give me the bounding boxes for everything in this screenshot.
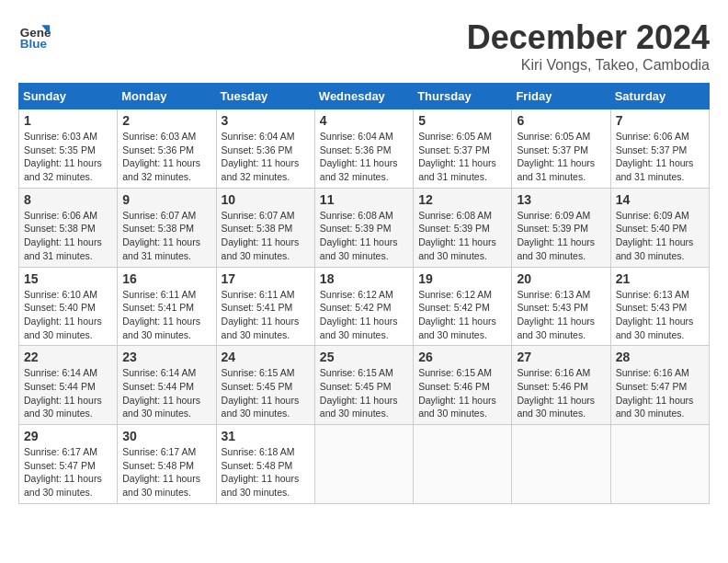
calendar-cell: 20Sunrise: 6:13 AM Sunset: 5:43 PM Dayli… — [512, 267, 610, 346]
day-header-sunday: Sunday — [19, 84, 118, 109]
day-number: 7 — [616, 113, 704, 128]
day-number: 23 — [122, 350, 210, 364]
day-info: Sunrise: 6:03 AM Sunset: 5:35 PM Dayligh… — [24, 130, 112, 184]
calendar-cell: 14Sunrise: 6:09 AM Sunset: 5:40 PM Dayli… — [610, 188, 709, 267]
day-info: Sunrise: 6:09 AM Sunset: 5:40 PM Dayligh… — [616, 209, 704, 263]
calendar-cell: 22Sunrise: 6:14 AM Sunset: 5:44 PM Dayli… — [19, 346, 118, 425]
day-info: Sunrise: 6:16 AM Sunset: 5:47 PM Dayligh… — [616, 366, 704, 420]
day-info: Sunrise: 6:07 AM Sunset: 5:38 PM Dayligh… — [122, 209, 210, 263]
calendar-cell: 31Sunrise: 6:18 AM Sunset: 5:48 PM Dayli… — [216, 425, 314, 504]
calendar-cell: 2Sunrise: 6:03 AM Sunset: 5:36 PM Daylig… — [118, 109, 216, 189]
calendar-cell: 19Sunrise: 6:12 AM Sunset: 5:42 PM Dayli… — [414, 267, 512, 346]
calendar-cell: 11Sunrise: 6:08 AM Sunset: 5:39 PM Dayli… — [314, 188, 413, 267]
week-row-4: 22Sunrise: 6:14 AM Sunset: 5:44 PM Dayli… — [19, 346, 710, 425]
calendar-cell: 1Sunrise: 6:03 AM Sunset: 5:35 PM Daylig… — [19, 109, 118, 189]
calendar-cell — [414, 425, 512, 504]
day-info: Sunrise: 6:13 AM Sunset: 5:43 PM Dayligh… — [616, 288, 704, 342]
day-info: Sunrise: 6:12 AM Sunset: 5:42 PM Dayligh… — [418, 288, 506, 342]
day-number: 16 — [122, 271, 210, 286]
calendar-cell: 5Sunrise: 6:05 AM Sunset: 5:37 PM Daylig… — [414, 109, 512, 189]
day-number: 31 — [222, 429, 310, 443]
day-number: 3 — [222, 113, 310, 128]
day-number: 25 — [320, 350, 408, 364]
week-row-5: 29Sunrise: 6:17 AM Sunset: 5:47 PM Dayli… — [19, 425, 710, 504]
header-row: SundayMondayTuesdayWednesdayThursdayFrid… — [19, 84, 710, 109]
day-number: 21 — [616, 271, 704, 286]
day-info: Sunrise: 6:07 AM Sunset: 5:38 PM Dayligh… — [222, 209, 310, 263]
day-number: 30 — [122, 429, 210, 443]
day-number: 4 — [320, 113, 408, 128]
day-info: Sunrise: 6:06 AM Sunset: 5:37 PM Dayligh… — [616, 130, 704, 184]
day-header-monday: Monday — [118, 84, 216, 109]
day-number: 8 — [24, 192, 112, 207]
day-number: 19 — [418, 271, 506, 286]
day-number: 1 — [24, 113, 112, 128]
day-number: 26 — [418, 350, 506, 364]
day-info: Sunrise: 6:08 AM Sunset: 5:39 PM Dayligh… — [418, 209, 506, 263]
calendar-cell: 29Sunrise: 6:17 AM Sunset: 5:47 PM Dayli… — [19, 425, 118, 504]
day-header-friday: Friday — [512, 84, 610, 109]
day-number: 2 — [122, 113, 210, 128]
week-row-3: 15Sunrise: 6:10 AM Sunset: 5:40 PM Dayli… — [19, 267, 710, 346]
location-subtitle: Kiri Vongs, Takeo, Cambodia — [467, 57, 710, 74]
day-info: Sunrise: 6:05 AM Sunset: 5:37 PM Dayligh… — [418, 130, 506, 184]
day-info: Sunrise: 6:15 AM Sunset: 5:45 PM Dayligh… — [320, 366, 408, 420]
day-header-thursday: Thursday — [414, 84, 512, 109]
day-info: Sunrise: 6:04 AM Sunset: 5:36 PM Dayligh… — [222, 130, 310, 184]
calendar-cell: 23Sunrise: 6:14 AM Sunset: 5:44 PM Dayli… — [118, 346, 216, 425]
day-number: 22 — [24, 350, 112, 364]
logo: General Blue — [18, 18, 51, 52]
header: General Blue December 2024 Kiri Vongs, T… — [18, 18, 710, 74]
calendar-cell — [610, 425, 709, 504]
calendar-cell: 4Sunrise: 6:04 AM Sunset: 5:36 PM Daylig… — [314, 109, 413, 189]
calendar-cell: 17Sunrise: 6:11 AM Sunset: 5:41 PM Dayli… — [216, 267, 314, 346]
day-info: Sunrise: 6:11 AM Sunset: 5:41 PM Dayligh… — [122, 288, 210, 342]
day-number: 17 — [222, 271, 310, 286]
title-area: December 2024 Kiri Vongs, Takeo, Cambodi… — [467, 18, 710, 74]
day-info: Sunrise: 6:15 AM Sunset: 5:45 PM Dayligh… — [222, 366, 310, 420]
day-info: Sunrise: 6:09 AM Sunset: 5:39 PM Dayligh… — [517, 209, 605, 263]
calendar-cell: 21Sunrise: 6:13 AM Sunset: 5:43 PM Dayli… — [610, 267, 709, 346]
day-header-tuesday: Tuesday — [216, 84, 314, 109]
day-number: 18 — [320, 271, 408, 286]
day-info: Sunrise: 6:06 AM Sunset: 5:38 PM Dayligh… — [24, 209, 112, 263]
day-info: Sunrise: 6:12 AM Sunset: 5:42 PM Dayligh… — [320, 288, 408, 342]
day-number: 5 — [418, 113, 506, 128]
calendar-cell: 9Sunrise: 6:07 AM Sunset: 5:38 PM Daylig… — [118, 188, 216, 267]
day-info: Sunrise: 6:05 AM Sunset: 5:37 PM Dayligh… — [517, 130, 605, 184]
calendar-cell: 15Sunrise: 6:10 AM Sunset: 5:40 PM Dayli… — [19, 267, 118, 346]
calendar-cell: 16Sunrise: 6:11 AM Sunset: 5:41 PM Dayli… — [118, 267, 216, 346]
day-info: Sunrise: 6:08 AM Sunset: 5:39 PM Dayligh… — [320, 209, 408, 263]
day-info: Sunrise: 6:11 AM Sunset: 5:41 PM Dayligh… — [222, 288, 310, 342]
day-info: Sunrise: 6:13 AM Sunset: 5:43 PM Dayligh… — [517, 288, 605, 342]
day-number: 10 — [222, 192, 310, 207]
day-info: Sunrise: 6:17 AM Sunset: 5:48 PM Dayligh… — [122, 445, 210, 500]
month-title: December 2024 — [467, 18, 710, 57]
day-number: 14 — [616, 192, 704, 207]
day-number: 20 — [517, 271, 605, 286]
day-info: Sunrise: 6:03 AM Sunset: 5:36 PM Dayligh… — [122, 130, 210, 184]
day-number: 24 — [222, 350, 310, 364]
calendar-cell: 7Sunrise: 6:06 AM Sunset: 5:37 PM Daylig… — [610, 109, 709, 189]
day-number: 9 — [122, 192, 210, 207]
calendar-cell — [314, 425, 413, 504]
calendar-cell: 18Sunrise: 6:12 AM Sunset: 5:42 PM Dayli… — [314, 267, 413, 346]
calendar-cell: 3Sunrise: 6:04 AM Sunset: 5:36 PM Daylig… — [216, 109, 314, 189]
day-info: Sunrise: 6:14 AM Sunset: 5:44 PM Dayligh… — [122, 366, 210, 420]
calendar-cell: 27Sunrise: 6:16 AM Sunset: 5:46 PM Dayli… — [512, 346, 610, 425]
calendar-cell: 10Sunrise: 6:07 AM Sunset: 5:38 PM Dayli… — [216, 188, 314, 267]
day-info: Sunrise: 6:14 AM Sunset: 5:44 PM Dayligh… — [24, 366, 112, 420]
calendar-table: SundayMondayTuesdayWednesdayThursdayFrid… — [18, 83, 710, 504]
day-number: 29 — [24, 429, 112, 443]
calendar-cell: 26Sunrise: 6:15 AM Sunset: 5:46 PM Dayli… — [414, 346, 512, 425]
day-info: Sunrise: 6:16 AM Sunset: 5:46 PM Dayligh… — [517, 366, 605, 420]
day-header-saturday: Saturday — [610, 84, 709, 109]
calendar-cell: 13Sunrise: 6:09 AM Sunset: 5:39 PM Dayli… — [512, 188, 610, 267]
calendar-cell — [512, 425, 610, 504]
day-number: 6 — [517, 113, 605, 128]
calendar-cell: 8Sunrise: 6:06 AM Sunset: 5:38 PM Daylig… — [19, 188, 118, 267]
calendar-cell: 30Sunrise: 6:17 AM Sunset: 5:48 PM Dayli… — [118, 425, 216, 504]
svg-text:Blue: Blue — [20, 37, 48, 51]
day-number: 12 — [418, 192, 506, 207]
day-number: 28 — [616, 350, 704, 364]
